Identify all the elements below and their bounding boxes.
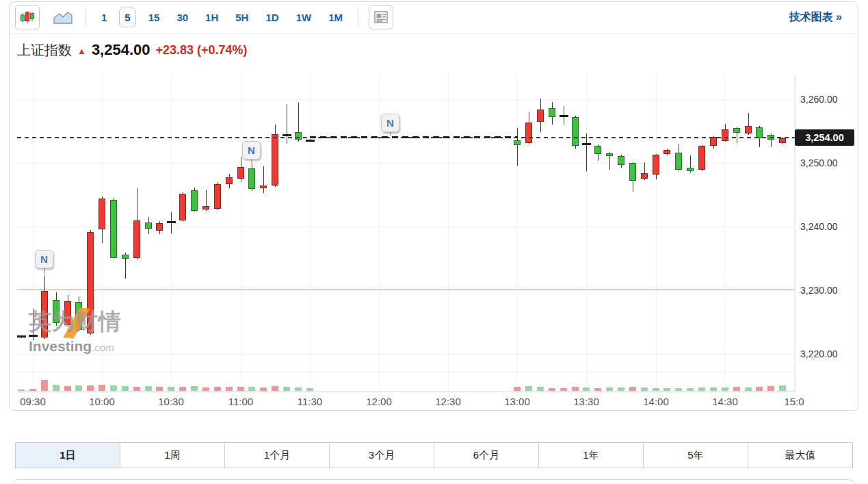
volume-bar [698, 387, 705, 391]
candle-doji [167, 221, 176, 223]
interval-button-1w[interactable]: 1W [291, 8, 317, 27]
volume-bar [237, 387, 244, 391]
interval-button-5[interactable]: 5 [119, 8, 135, 27]
volume-bar [29, 389, 36, 391]
candle [653, 155, 659, 175]
candle [733, 128, 740, 133]
previous-close-line [17, 289, 795, 290]
next-section-border [12, 479, 856, 484]
range-tab-1日[interactable]: 1日 [16, 443, 120, 468]
volume-bar [260, 387, 267, 391]
candle-doji [560, 115, 568, 117]
candle [202, 206, 209, 209]
volume-bar [618, 387, 624, 391]
volume-bar [653, 388, 659, 391]
news-marker[interactable]: N [35, 250, 53, 268]
candle [191, 190, 198, 211]
time-axis-label: 12:30 [433, 396, 463, 407]
interval-button-30[interactable]: 30 [172, 8, 193, 27]
volume-bar [110, 385, 117, 391]
candle [698, 146, 705, 170]
volume-bar [41, 380, 48, 391]
volume-bar [122, 386, 129, 391]
chart-widget-page: 1515301H5H1D1W1M 技术图表 » 上证指数 ▲ 3,254.00 … [0, 0, 868, 484]
gridline-vertical [656, 74, 657, 392]
time-axis-label: 13:00 [502, 396, 532, 407]
time-axis-line [17, 392, 795, 392]
time-axis-label: 14:30 [710, 396, 740, 407]
interval-button-1h[interactable]: 1H [200, 8, 223, 27]
candle-wick [517, 128, 518, 166]
range-tab-3个月[interactable]: 3个月 [330, 443, 434, 468]
volume-bar [629, 387, 636, 391]
candle [525, 123, 532, 143]
candle [145, 222, 152, 229]
candle [260, 186, 267, 188]
price-axis-label: 3,260.00 [800, 94, 838, 105]
volume-bar [133, 387, 140, 391]
candle [722, 129, 728, 141]
volume-bar [156, 387, 163, 391]
candle [179, 194, 186, 220]
price-axis-label: 3,250.00 [800, 157, 838, 168]
instrument-name: 上证指数 [17, 41, 72, 60]
volume-bar [306, 388, 313, 391]
candle [675, 153, 682, 170]
range-tab-最大值[interactable]: 最大值 [748, 443, 852, 468]
candle [87, 232, 94, 333]
interval-button-1m[interactable]: 1M [324, 8, 347, 27]
range-tab-1周[interactable]: 1周 [120, 443, 225, 468]
news-marker[interactable]: N [242, 141, 261, 160]
volume-bar [733, 387, 740, 391]
chart-toolbar: 1515301H5H1D1W1M 技术图表 » [9, 1, 858, 34]
volume-bar [179, 387, 186, 391]
volume-bar [583, 387, 590, 391]
news-panel-button[interactable] [369, 5, 393, 29]
toolbar-divider [86, 8, 86, 26]
news-marker[interactable]: N [381, 114, 399, 132]
candle [779, 138, 786, 143]
area-chart-type-button[interactable] [51, 5, 75, 29]
volume-bar [283, 387, 290, 391]
range-tab-1年[interactable]: 1年 [539, 443, 644, 468]
interval-button-1d[interactable]: 1D [261, 8, 283, 27]
candle [618, 156, 624, 165]
volume-bar [687, 388, 694, 391]
candle [629, 163, 636, 181]
interval-button-15[interactable]: 15 [144, 8, 165, 27]
candle [53, 300, 60, 323]
price-change: +23.83 (+0.74%) [156, 43, 248, 58]
price-axis-label: 3,240.00 [800, 221, 838, 232]
range-tab-1个月[interactable]: 1个月 [225, 443, 330, 468]
interval-button-1[interactable]: 1 [96, 8, 111, 27]
volume-bar [779, 385, 786, 391]
candle [663, 150, 670, 154]
candle [110, 200, 117, 258]
technical-chart-link[interactable]: 技术图表 » [789, 10, 842, 25]
volume-bar [191, 386, 198, 391]
volume-bar [594, 388, 601, 391]
area-chart-icon [53, 9, 73, 25]
volume-bar [525, 386, 532, 391]
candle [606, 153, 613, 156]
volume-bar [606, 387, 613, 391]
gridline-vertical [517, 74, 518, 392]
candle [226, 177, 233, 184]
volume-bar [75, 385, 82, 391]
time-axis-label: 10:30 [156, 396, 186, 407]
interval-button-5h[interactable]: 5H [231, 8, 253, 27]
gridline-vertical [379, 74, 380, 392]
candle [687, 168, 694, 171]
news-marker-stem [251, 159, 252, 166]
volume-bar [663, 388, 670, 391]
range-tab-5年[interactable]: 5年 [644, 443, 748, 468]
gridline-horizontal [17, 290, 795, 291]
candlestick-chart-type-button[interactable] [15, 5, 40, 29]
range-tab-6个月[interactable]: 6个月 [434, 443, 539, 468]
gridline-vertical [725, 74, 726, 392]
volume-bar [572, 387, 579, 391]
volume-bar [168, 387, 174, 391]
gridline-vertical [33, 74, 34, 392]
volume-bar [295, 387, 302, 391]
candle-doji [29, 335, 38, 337]
